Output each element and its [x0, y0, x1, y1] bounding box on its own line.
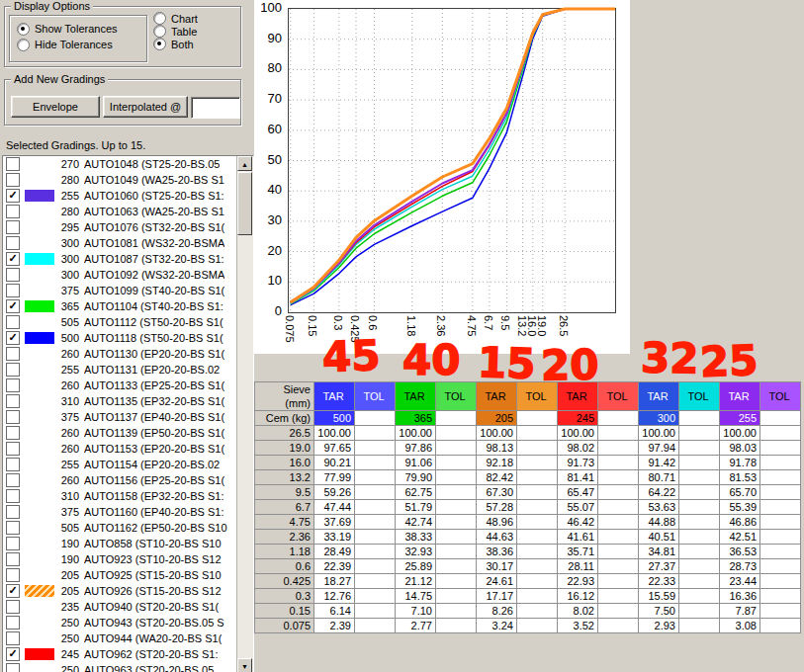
envelope-button[interactable]: Envelope [11, 96, 100, 118]
grading-row[interactable]: 295AUTO1076 (ST32-20-BS S1( [3, 219, 237, 235]
grading-row[interactable]: 310AUTO1135 (EP32-20-BS S1( [3, 393, 237, 409]
grading-row[interactable]: 375AUTO1160 (EP40-20-BS S1: [3, 504, 237, 520]
table-cell-empty [598, 604, 639, 619]
grading-checkbox[interactable] [6, 394, 20, 408]
table-cell-empty [517, 604, 558, 619]
grading-cem-value: 270 [56, 158, 79, 170]
sieve-label: 2.36 [255, 530, 314, 545]
grading-checkbox[interactable] [6, 568, 20, 582]
passing-value: 37.69 [314, 515, 355, 530]
grading-row[interactable]: 260AUTO1139 (EP50-20-BS S1( [3, 425, 237, 441]
grading-checkbox[interactable] [6, 521, 20, 535]
grading-checkbox-checked[interactable]: ✓ [6, 252, 20, 266]
grading-checkbox-checked[interactable]: ✓ [6, 584, 20, 598]
grading-row[interactable]: 250AUTO943 (ST20-20-BS.05 S [3, 615, 237, 630]
selected-gradings-caption: Selected Gradings. Up to 15. [6, 139, 145, 151]
grading-row[interactable]: 260AUTO1156 (EP25-20-BS S1( [3, 472, 237, 488]
radio-both[interactable]: Both [153, 38, 198, 50]
grading-row[interactable]: 190AUTO858 (ST10-20-BS S10 [3, 536, 237, 551]
grading-checkbox[interactable] [6, 157, 20, 171]
grading-checkbox[interactable] [6, 268, 20, 282]
grading-row[interactable]: 190AUTO923 (ST10-20-BS S12 [3, 551, 237, 567]
grading-label: AUTO1133 (EP25-20-BS S1( [84, 379, 224, 391]
grading-checkbox[interactable] [6, 552, 20, 566]
grading-cem-value: 365 [56, 300, 79, 312]
grading-row[interactable]: 260AUTO1133 (EP25-20-BS S1( [3, 378, 237, 393]
interpolated-input[interactable] [191, 97, 240, 119]
grading-checkbox[interactable] [6, 426, 20, 440]
scrollbar-up-icon[interactable]: ▲ [237, 156, 252, 171]
grading-row[interactable]: 505AUTO1162 (EP50-20-BS S10 [3, 520, 237, 536]
grading-checkbox-checked[interactable]: ✓ [6, 299, 20, 313]
gradings-listbox: 270AUTO1048 (ST25-20-BS.05280AUTO1049 (W… [2, 155, 254, 672]
radio-hide-tolerances[interactable]: Hide Tolerances [17, 37, 118, 52]
grading-row[interactable]: 250AUTO963 (ST20-20-BS.05 [3, 662, 237, 672]
grading-checkbox[interactable] [6, 505, 20, 519]
grading-color-swatch [25, 285, 54, 296]
grading-row[interactable]: 300AUTO1081 (WS32-20-BSMA [3, 235, 237, 251]
grading-checkbox[interactable] [6, 489, 20, 503]
grading-row[interactable]: 235AUTO940 (ST20-20-BS S1( [3, 599, 237, 615]
grading-checkbox[interactable] [6, 473, 20, 487]
grading-row[interactable]: 280AUTO1049 (WA25-20-BS S1 [3, 172, 237, 188]
grading-cem-value: 250 [56, 617, 79, 629]
grading-row[interactable]: 280AUTO1063 (WA25-20-BS S1 [3, 204, 237, 219]
interpolated-button[interactable]: Interpolated @ [103, 96, 188, 118]
grading-label: AUTO1160 (EP40-20-BS S1: [84, 506, 223, 518]
grading-label: AUTO940 (ST20-20-BS S1( [84, 601, 219, 613]
scrollbar-down-icon[interactable]: ▼ [237, 658, 252, 672]
grading-row[interactable]: ✓255AUTO1060 (ST25-20-BS S1: [3, 188, 237, 204]
grading-row[interactable]: 375AUTO1137 (EP40-20-BS S1( [3, 409, 237, 425]
grading-checkbox-checked[interactable]: ✓ [6, 647, 20, 661]
table-cell-empty [355, 500, 396, 515]
grading-checkbox[interactable] [6, 442, 20, 456]
grading-row[interactable]: ✓245AUTO962 (ST20-20-BS S1: [3, 646, 237, 662]
grading-checkbox[interactable] [6, 173, 20, 187]
grading-checkbox[interactable] [6, 663, 20, 672]
grading-row[interactable]: ✓300AUTO1087 (ST32-20-BS S1: [3, 251, 237, 267]
grading-checkbox[interactable] [6, 220, 20, 234]
grading-row[interactable]: 270AUTO1048 (ST25-20-BS.05 [3, 156, 237, 172]
table-cell-empty [436, 530, 477, 545]
grading-cem-value: 280 [56, 206, 79, 217]
grading-checkbox[interactable] [6, 315, 20, 329]
grading-row[interactable]: 505AUTO1112 (ST50-20-BS S1( [3, 314, 237, 330]
grading-color-swatch [25, 632, 54, 644]
radio-table[interactable]: Table [153, 25, 198, 38]
grading-checkbox[interactable] [6, 205, 20, 218]
grading-row[interactable]: ✓205AUTO926 (ST15-20-BS S12 [3, 583, 237, 599]
grading-label: AUTO858 (ST10-20-BS S10 [84, 538, 222, 549]
grading-row[interactable]: 300AUTO1092 (WS32-20-BSMA [3, 267, 237, 283]
table-row: 9.559.2662.7567.3065.4764.2265.70 [255, 485, 801, 500]
radio-show-tolerances[interactable]: Show Tolerances [17, 21, 118, 37]
radio-chart[interactable]: Chart [153, 12, 198, 25]
grading-row[interactable]: 250AUTO944 (WA20-20-BS S1( [3, 630, 237, 646]
grading-checkbox[interactable] [6, 458, 20, 471]
grading-checkbox[interactable] [6, 600, 20, 614]
list-scrollbar[interactable]: ▲ ▼ [236, 156, 253, 672]
grading-row[interactable]: 255AUTO1131 (EP20-20-BS.02 [3, 362, 237, 378]
grading-row[interactable]: ✓365AUTO1104 (ST40-20-BS S1: [3, 298, 237, 314]
grading-row[interactable]: 375AUTO1099 (ST40-20-BS S1( [3, 283, 237, 298]
grading-checkbox-checked[interactable]: ✓ [6, 189, 20, 203]
grading-row[interactable]: 260AUTO1130 (EP20-20-BS S1( [3, 346, 237, 362]
grading-checkbox[interactable] [6, 410, 20, 424]
grading-checkbox[interactable] [6, 236, 20, 250]
grading-color-swatch [25, 648, 54, 660]
grading-checkbox[interactable] [6, 378, 20, 392]
scrollbar-thumb[interactable] [237, 172, 252, 235]
grading-checkbox[interactable] [6, 616, 20, 630]
grading-checkbox[interactable] [6, 363, 20, 377]
grading-checkbox-checked[interactable]: ✓ [6, 331, 20, 345]
grading-checkbox[interactable] [6, 347, 20, 361]
grading-checkbox[interactable] [6, 284, 20, 297]
table-cell-empty [355, 441, 396, 456]
grading-row[interactable]: 205AUTO925 (ST15-20-BS S10 [3, 567, 237, 583]
grading-row[interactable]: 260AUTO1153 (EP20-20-BS S1( [3, 441, 237, 457]
grading-checkbox[interactable] [6, 631, 20, 645]
grading-row[interactable]: 310AUTO1158 (EP32-20-BS S1: [3, 488, 237, 504]
grading-row[interactable]: 255AUTO1154 (EP20-20-BS.02 [3, 457, 237, 472]
grading-row[interactable]: ✓500AUTO1118 (ST50-20-BS S1( [3, 330, 237, 346]
grading-checkbox[interactable] [6, 537, 20, 550]
tol-header: TOL [598, 382, 639, 411]
